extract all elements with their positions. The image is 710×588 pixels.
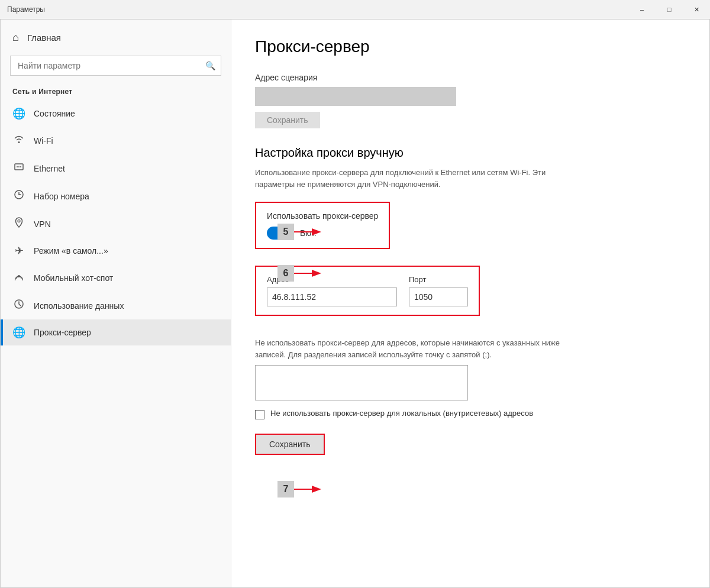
port-input-group: Порт xyxy=(409,275,468,306)
address-label: Адрес xyxy=(267,275,397,284)
search-input[interactable] xyxy=(10,56,221,76)
ethernet-icon xyxy=(12,161,25,176)
toggle-container: Вкл. xyxy=(267,227,378,240)
use-proxy-label: Использовать прокси-сервер xyxy=(267,211,378,221)
local-bypass-checkbox-row: Не использовать прокси-сервер для локаль… xyxy=(255,409,686,419)
home-icon: ⌂ xyxy=(12,31,19,44)
sidebar-item-home[interactable]: ⌂ Главная xyxy=(1,24,231,51)
exclusions-input[interactable] xyxy=(255,365,468,400)
titlebar: Параметры – □ ✕ xyxy=(0,0,710,19)
address-input[interactable] xyxy=(267,287,397,306)
wifi-icon xyxy=(12,133,25,148)
local-bypass-label: Не использовать прокси-сервер для локаль… xyxy=(270,409,533,418)
titlebar-controls: – □ ✕ xyxy=(628,0,710,19)
toggle-on-label: Вкл. xyxy=(300,228,317,238)
sidebar-section-title: Сеть и Интернет xyxy=(1,85,231,101)
addr-port-row: Адрес Порт xyxy=(267,275,468,306)
address-port-box: Адрес Порт xyxy=(255,266,480,316)
svg-text:7: 7 xyxy=(283,484,289,494)
status-icon: 🌐 xyxy=(12,107,25,120)
close-button[interactable]: ✕ xyxy=(683,0,710,19)
address-input-group: Адрес xyxy=(267,275,397,306)
search-icon: 🔍 xyxy=(205,61,215,70)
sidebar-item-airplane[interactable]: ✈ Режим «в самол...» xyxy=(1,238,231,264)
datausage-icon xyxy=(12,298,25,313)
sidebar-home-label: Главная xyxy=(27,33,61,43)
sidebar-item-vpn[interactable]: VPN xyxy=(1,210,231,238)
proxy-toggle-switch[interactable] xyxy=(267,227,293,240)
titlebar-title: Параметры xyxy=(7,5,45,14)
sidebar-item-wifi[interactable]: Wi-Fi xyxy=(1,127,231,154)
search-box-container: 🔍 xyxy=(10,56,221,76)
sidebar-item-label: Режим «в самол...» xyxy=(34,246,108,256)
sidebar-item-label: Набор номера xyxy=(34,192,89,201)
sidebar-item-datausage[interactable]: Использование данных xyxy=(1,292,231,319)
svg-point-5 xyxy=(18,220,20,222)
sidebar-item-status[interactable]: 🌐 Состояние xyxy=(1,101,231,127)
sidebar-item-label: Прокси-сервер xyxy=(34,328,91,337)
main-content: Прокси-сервер Адрес сценария Сохранить Н… xyxy=(231,20,709,587)
sidebar-item-ethernet[interactable]: Ethernet xyxy=(1,154,231,182)
sidebar-item-proxy[interactable]: 🌐 Прокси-сервер xyxy=(1,319,231,345)
sidebar-item-label: VPN xyxy=(34,219,51,229)
svg-rect-15 xyxy=(277,481,294,497)
app-container: ⌂ Главная 🔍 Сеть и Интернет 🌐 Состояние … xyxy=(0,19,710,588)
script-address-input-display xyxy=(255,87,456,106)
vpn-icon xyxy=(12,217,25,231)
manual-section-heading: Настройка прокси вручную xyxy=(255,146,686,160)
page-title: Прокси-сервер xyxy=(255,37,686,56)
sidebar: ⌂ Главная 🔍 Сеть и Интернет 🌐 Состояние … xyxy=(1,20,231,587)
sidebar-item-label: Мобильный хот-спот xyxy=(34,273,113,283)
airplane-icon: ✈ xyxy=(12,244,25,257)
toggle-track[interactable] xyxy=(267,227,293,240)
use-proxy-toggle-box: Использовать прокси-сервер Вкл. xyxy=(255,202,390,249)
minimize-button[interactable]: – xyxy=(628,0,656,19)
script-address-label: Адрес сценария xyxy=(255,73,686,82)
port-input[interactable] xyxy=(409,287,468,306)
port-label: Порт xyxy=(409,275,468,284)
proxy-icon: 🌐 xyxy=(12,326,25,339)
save-manual-button[interactable]: Сохранить xyxy=(255,434,325,455)
sidebar-item-label: Ethernet xyxy=(34,164,65,173)
sidebar-item-label: Wi-Fi xyxy=(34,136,53,146)
sidebar-item-label: Состояние xyxy=(34,109,75,118)
exclusions-description: Не использовать прокси-сервер для адресо… xyxy=(255,337,586,360)
sidebar-item-label: Использование данных xyxy=(34,301,124,311)
sidebar-item-hotspot[interactable]: Мобильный хот-спот xyxy=(1,264,231,292)
save-script-button[interactable]: Сохранить xyxy=(255,112,320,128)
sidebar-item-dialup[interactable]: Набор номера xyxy=(1,182,231,210)
maximize-button[interactable]: □ xyxy=(656,0,683,19)
dialup-icon xyxy=(12,189,25,203)
hotspot-icon xyxy=(12,270,25,285)
local-bypass-checkbox[interactable] xyxy=(255,410,264,419)
manual-section-description: Использование прокси-сервера для подключ… xyxy=(255,167,586,190)
toggle-thumb xyxy=(281,228,292,238)
